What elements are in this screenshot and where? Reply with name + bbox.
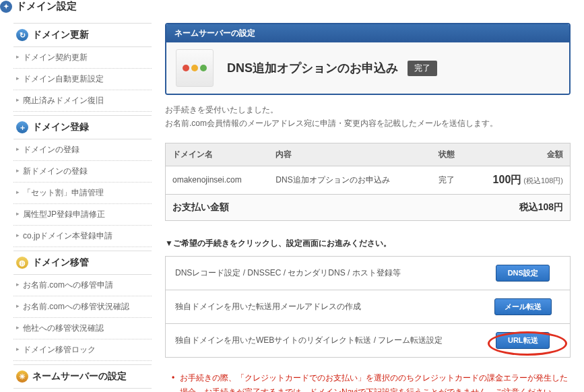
action-label: 独自ドメインを用いた転送用メールアドレスの作成 <box>166 290 476 323</box>
ns-icon: ☀ <box>16 370 28 383</box>
sidebar-section-title: ドメイン更新 <box>32 29 89 41</box>
page-title-text: ドメイン設定 <box>16 0 77 13</box>
cell-content: DNS追加オプションのお申込み <box>269 166 428 194</box>
sidebar-item[interactable]: 廃止済みドメイン復旧 <box>13 90 152 112</box>
cell-domain: omakenojinsei.com <box>166 166 269 194</box>
col-domain: ドメイン名 <box>166 143 269 166</box>
result-table: ドメイン名 内容 状態 金額 omakenojinsei.com DNS追加オプ… <box>165 143 571 221</box>
sidebar-item[interactable]: お名前.comへの移管申請 <box>13 275 152 296</box>
sidebar-section-title: ドメイン登録 <box>32 121 89 133</box>
main-content: ネームサーバーの設定 DNS追加オプションのお申込み 完了 お手続きを受付いたし… <box>152 20 584 392</box>
sidebar-item[interactable]: ドメインの登録 <box>13 139 152 161</box>
sidebar-section-header[interactable]: ↻ドメイン更新 <box>13 23 152 47</box>
status-badge: 完了 <box>408 61 437 76</box>
notes-section: お手続きの際、「クレジットカードでのお支払い」を選択ののちクレジットカードの課金… <box>165 371 571 392</box>
plus-icon: ＋ <box>16 121 28 133</box>
sidebar-item[interactable]: ドメイン自動更新設定 <box>13 69 152 90</box>
cell-price: 100円(税込108円) <box>465 166 571 194</box>
message-line: お名前.com会員情報のメールアドレス宛に申請・変更内容を記載したメールを送信し… <box>165 117 571 130</box>
cell-status: 完了 <box>428 166 465 194</box>
banner-title-text: DNS追加オプションのお申込み <box>227 60 398 76</box>
banner-icon <box>176 49 214 87</box>
col-content: 内容 <box>269 143 428 166</box>
action-table: DNSレコード設定 / DNSSEC / セカンダリDNS / ホスト登録等DN… <box>165 256 571 358</box>
sidebar: ↻ドメイン更新ドメイン契約更新ドメイン自動更新設定廃止済みドメイン復旧＋ドメイン… <box>0 20 152 392</box>
sidebar-item[interactable]: ドメイン契約更新 <box>13 47 152 69</box>
action-button[interactable]: メール転送 <box>494 298 552 315</box>
instruction-text: ▼ご希望の手続きをクリックし、設定画面にお進みください。 <box>165 238 571 249</box>
sidebar-section-title: ドメイン移管 <box>32 257 89 269</box>
message-line: お手続きを受付いたしました。 <box>165 103 571 117</box>
gear-icon: ✦ <box>0 1 12 13</box>
sidebar-item[interactable]: co.jpドメイン本登録申請 <box>13 226 152 247</box>
confirmation-message: お手続きを受付いたしました。 お名前.com会員情報のメールアドレス宛に申請・変… <box>165 103 571 131</box>
sidebar-section-header[interactable]: ☀ネームサーバーの設定 <box>13 364 152 389</box>
action-label: DNSレコード設定 / DNSSEC / セカンダリDNS / ホスト登録等 <box>166 256 476 290</box>
sidebar-section-header[interactable]: ◍ドメイン移管 <box>13 251 152 275</box>
sidebar-item[interactable]: 新ドメインの登録 <box>13 161 152 183</box>
sidebar-item[interactable]: ネームサーバーの変更 <box>13 389 152 392</box>
sidebar-item[interactable]: 他社への移管状況確認 <box>13 318 152 339</box>
notes-lead: お手続きの際、「クレジットカードでのお支払い」を選択ののちクレジットカードの課金… <box>172 371 571 392</box>
sidebar-section-title: ネームサーバーの設定 <box>32 370 127 383</box>
col-amount: 金額 <box>465 143 571 166</box>
sidebar-section-header[interactable]: ＋ドメイン登録 <box>13 115 152 139</box>
action-button[interactable]: DNS設定 <box>496 265 550 282</box>
globe-icon: ◍ <box>16 257 28 269</box>
page-title: ✦ ドメイン設定 <box>0 0 584 13</box>
banner: ネームサーバーの設定 DNS追加オプションのお申込み 完了 <box>165 23 571 95</box>
sidebar-item[interactable]: 属性型JP登録申請修正 <box>13 204 152 226</box>
action-label: 独自ドメインを用いたWEBサイトのリダイレクト転送 / フレーム転送設定 <box>166 323 476 357</box>
total-label: お支払い金額 <box>166 194 465 220</box>
action-button[interactable]: URL転送 <box>496 332 550 349</box>
sidebar-item[interactable]: 「セット割」申請管理 <box>13 183 152 204</box>
sidebar-item[interactable]: お名前.comへの移管状況確認 <box>13 296 152 318</box>
total-value: 税込108円 <box>465 194 571 220</box>
banner-header: ネームサーバーの設定 <box>166 24 569 42</box>
sidebar-item[interactable]: ドメイン移管ロック <box>13 339 152 361</box>
refresh-icon: ↻ <box>16 29 28 41</box>
col-status: 状態 <box>428 143 465 166</box>
